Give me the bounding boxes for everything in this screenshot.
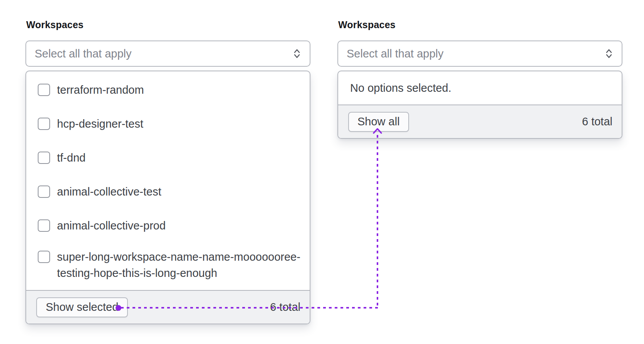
right-panel-footer: Show all 6 total bbox=[338, 105, 622, 138]
right-workspaces-label: Workspaces bbox=[338, 19, 396, 30]
right-select-placeholder: Select all that apply bbox=[347, 47, 604, 60]
option-row[interactable]: hcp-designer-test bbox=[38, 113, 300, 135]
option-row[interactable]: terraform-random bbox=[38, 79, 300, 101]
left-total-count: 6 total bbox=[270, 301, 300, 314]
right-select-trigger[interactable]: Select all that apply bbox=[337, 40, 622, 67]
option-row[interactable]: tf-dnd bbox=[38, 147, 300, 169]
chevrons-up-down-icon bbox=[292, 48, 302, 59]
right-total-count: 6 total bbox=[582, 115, 612, 128]
option-row[interactable]: animal-collective-prod bbox=[38, 215, 300, 236]
option-label: hcp-designer-test bbox=[57, 116, 143, 132]
checkbox-unchecked[interactable] bbox=[38, 185, 50, 198]
annotation-dotted-line-vertical bbox=[377, 135, 378, 308]
chevrons-up-down-icon bbox=[604, 48, 614, 59]
option-label: animal-collective-prod bbox=[57, 218, 166, 234]
checkbox-unchecked[interactable] bbox=[38, 118, 50, 130]
checkbox-unchecked[interactable] bbox=[38, 251, 50, 263]
option-label: tf-dnd bbox=[57, 150, 86, 166]
checkbox-unchecked[interactable] bbox=[38, 219, 50, 232]
right-dropdown-panel: No options selected. Show all 6 total bbox=[337, 71, 622, 139]
option-row[interactable]: animal-collective-test bbox=[38, 181, 300, 202]
option-label: animal-collective-test bbox=[57, 184, 161, 200]
show-selected-button[interactable]: Show selected bbox=[36, 297, 128, 317]
right-empty-area: No options selected. bbox=[338, 71, 622, 105]
left-dropdown-panel: terraform-random hcp-designer-test tf-dn… bbox=[25, 71, 310, 324]
left-select-trigger[interactable]: Select all that apply bbox=[25, 40, 310, 67]
option-label: super-long-workspace-name-name-moooooore… bbox=[57, 249, 300, 281]
left-panel-footer: Show selected 6 total bbox=[26, 290, 310, 324]
option-label: terraform-random bbox=[57, 82, 144, 98]
left-select-placeholder: Select all that apply bbox=[35, 47, 292, 60]
checkbox-unchecked[interactable] bbox=[38, 84, 50, 96]
show-all-button[interactable]: Show all bbox=[348, 112, 409, 132]
left-option-list: terraform-random hcp-designer-test tf-dn… bbox=[26, 71, 310, 290]
no-options-selected-message: No options selected. bbox=[350, 82, 451, 94]
option-row[interactable]: super-long-workspace-name-name-moooooore… bbox=[38, 249, 300, 281]
checkbox-unchecked[interactable] bbox=[38, 152, 50, 164]
left-workspaces-label: Workspaces bbox=[26, 19, 84, 30]
